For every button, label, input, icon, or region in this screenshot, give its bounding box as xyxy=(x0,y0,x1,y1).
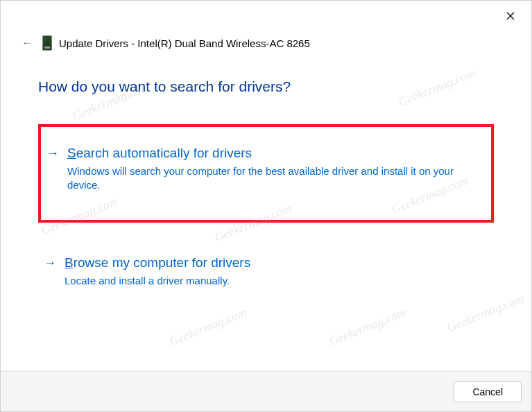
arrow-right-icon: → xyxy=(46,145,59,162)
option-browse-computer[interactable]: → Browse my computer for drivers Locate … xyxy=(38,242,494,300)
option-description: Locate and install a driver manually. xyxy=(65,274,484,288)
watermark: Geekermag.com xyxy=(327,305,408,349)
option-search-automatically[interactable]: → Search automatically for drivers Windo… xyxy=(38,124,494,223)
close-button[interactable] xyxy=(502,8,519,24)
dialog-content: How do you want to search for drivers? →… xyxy=(1,51,531,300)
cancel-button[interactable]: Cancel xyxy=(454,381,522,402)
option-title: Browse my computer for drivers xyxy=(65,255,484,271)
dialog-footer: Cancel xyxy=(1,371,531,411)
watermark: Geekermag.com xyxy=(167,305,248,349)
question-heading: How do you want to search for drivers? xyxy=(38,78,494,95)
arrow-right-icon: → xyxy=(44,255,56,271)
close-icon xyxy=(506,12,515,20)
device-icon xyxy=(42,35,52,51)
option-text: Search automatically for drivers Windows… xyxy=(67,145,481,192)
back-arrow-icon[interactable]: ← xyxy=(19,37,35,49)
dialog-header: ← Update Drivers - Intel(R) Dual Band Wi… xyxy=(1,1,531,51)
option-title: Search automatically for drivers xyxy=(67,145,481,162)
option-description: Windows will search your computer for th… xyxy=(67,164,481,192)
dialog-title: Update Drivers - Intel(R) Dual Band Wire… xyxy=(59,37,310,49)
option-text: Browse my computer for drivers Locate an… xyxy=(65,255,484,288)
